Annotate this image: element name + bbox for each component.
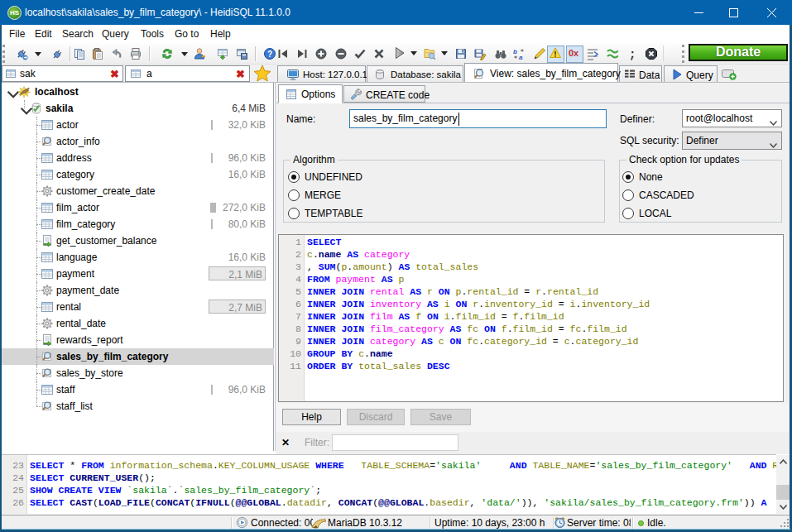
- svg-text:;: ;: [629, 48, 636, 60]
- svg-text:b: b: [513, 48, 517, 55]
- svg-text:0x: 0x: [569, 48, 579, 58]
- svg-text:?: ?: [267, 50, 272, 59]
- svg-text:a: a: [519, 54, 523, 60]
